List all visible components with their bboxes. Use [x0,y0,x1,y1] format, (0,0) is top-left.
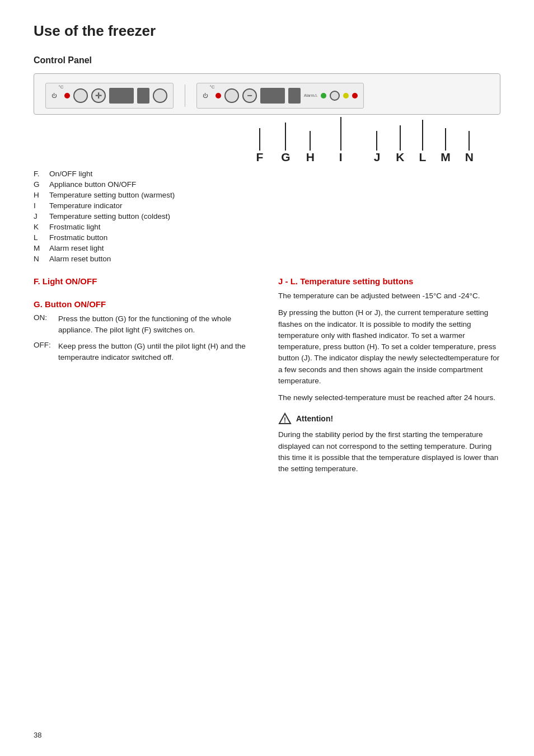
i-right-display-2 [288,88,301,104]
j-temp-coldest-button: − [242,88,257,103]
diagram-lines-area: F G H I J [34,117,500,164]
l-frostmatic-button [330,91,340,101]
diagram-i: I [335,117,347,164]
list-item: K Frostmatic light [34,223,500,231]
list-item: N Alarm reset button [34,255,500,263]
control-panel-heading: Control Panel [34,55,500,65]
attention-icon: ! [278,412,292,425]
list-item: M Alarm reset light [34,244,500,252]
diagram-g: G [277,123,294,164]
diagram-k: K [391,125,409,164]
g-section: G. Button ON/OFF ON: Press the button (G… [34,299,256,363]
f-section-heading: F. Light ON/OFF [34,276,256,286]
svg-text:!: ! [284,416,286,424]
j-section: J - L. Temperature setting buttons The t… [278,276,500,475]
extra-circle-left [153,88,167,103]
panel-divider [185,84,185,107]
component-list: F. On/OFF light G Appliance button ON/OF… [34,170,500,263]
diagram-l: L [415,120,431,164]
k-frostmatic-light [321,93,326,98]
warning-triangle-icon: ! [278,412,292,425]
control-panel-diagram: ⏻ °C ✛ ⏻ [34,73,500,164]
g-section-heading: G. Button ON/OFF [34,299,256,309]
list-item: J Temperature setting button (coldest) [34,212,500,220]
i-temp-indicator [109,88,134,104]
right-column: J - L. Temperature setting buttons The t… [278,276,500,488]
attention-label: Attention! [296,414,333,423]
j-para2: By pressing the button (H or J), the cur… [278,307,500,387]
diagram-m: M [436,128,455,164]
page-number: 38 [34,731,41,739]
list-item: H Temperature setting button (warmest) [34,191,500,199]
on-item: ON: Press the button (G) for the functio… [34,313,256,336]
list-item: I Temperature indicator [34,201,500,210]
i-temp-indicator-2 [137,88,149,104]
g-appliance-button [73,88,88,103]
panel-right: ⏻ °C − Alarm⚠ [196,83,364,109]
j-section-heading: J - L. Temperature setting buttons [278,276,500,286]
off-item: OFF: Keep press the button (G) until the… [34,341,256,364]
f-on-off-light [64,93,70,98]
diagram-n: N [461,131,478,164]
list-item: G Appliance button ON/OFF [34,180,500,189]
two-column-layout: F. Light ON/OFF G. Button ON/OFF ON: Pre… [34,276,500,488]
f-right-light [216,93,221,98]
n-alarm-reset-button [352,93,358,98]
g-right-button [224,88,239,103]
list-item: L Frostmatic button [34,233,500,242]
attention-box: ! Attention! During the stability period… [278,412,500,475]
j-para3: The newly selected-temperature must be r… [278,392,500,403]
list-item: F. On/OFF light [34,170,500,178]
m-alarm-reset-light [343,93,349,98]
page-title: Use of the freezer [34,22,500,40]
panel-left: ⏻ °C ✛ [45,83,174,109]
diagram-h: H [302,131,319,164]
f-section: F. Light ON/OFF [34,276,256,286]
left-column: F. Light ON/OFF G. Button ON/OFF ON: Pre… [34,276,256,488]
attention-header: ! Attention! [278,412,500,425]
i-right-display [260,88,285,104]
j-para1: The temperature can be adjusted between … [278,290,500,302]
panel-box: ⏻ °C ✛ ⏻ [34,73,500,115]
attention-text: During the stability period by the first… [278,429,500,475]
diagram-f: F [251,128,268,164]
h-temp-warmest-button: ✛ [91,88,106,103]
diagram-j: J [369,131,385,164]
